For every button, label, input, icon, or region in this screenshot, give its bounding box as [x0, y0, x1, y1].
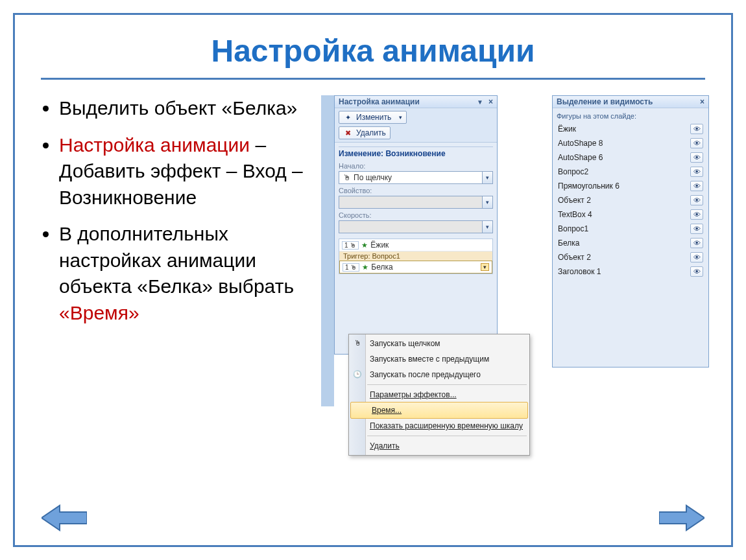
chevron-down-icon: ▾: [482, 221, 492, 233]
visibility-pane-header: Выделение и видимость ×: [553, 96, 708, 108]
close-icon[interactable]: ×: [700, 97, 704, 106]
bullet-1: Выделить объект «Белка»: [59, 95, 325, 122]
visibility-row[interactable]: AutoShape 6👁: [557, 151, 704, 164]
animation-pane-header: Настройка анимации ▼ ×: [335, 96, 497, 108]
eye-toggle-icon[interactable]: 👁: [690, 152, 703, 163]
visibility-row[interactable]: Прямоугольник 6👁: [557, 180, 704, 192]
animation-row-selected[interactable]: 1 🖱 ★ Белка ▾: [339, 261, 492, 274]
speed-label: Скорость:: [339, 211, 493, 219]
eye-toggle-icon[interactable]: 👁: [690, 238, 703, 248]
eye-toggle-icon[interactable]: 👁: [690, 181, 703, 191]
app-blue-strip: [321, 95, 334, 406]
ctx-delete[interactable]: Удалить: [349, 438, 529, 454]
visibility-row-label: AutoShape 8: [558, 139, 603, 148]
visibility-row[interactable]: Вопрос1👁: [557, 222, 704, 235]
bullet-2: Настройка анимации – Добавить эффект – В…: [59, 132, 325, 211]
mouse-icon: 🖱: [343, 173, 351, 182]
start-combo-value: 🖱 По щелчку: [339, 173, 482, 182]
visibility-row[interactable]: Вопрос2👁: [557, 165, 704, 178]
screenshot-area: Настройка анимации ▼ × ✦ Изменить ▾ ✖ Уд…: [342, 95, 705, 458]
visibility-row[interactable]: TextBox 4👁: [557, 208, 704, 221]
eye-toggle-icon[interactable]: 👁: [690, 224, 703, 234]
context-menu: 🖱 Запускать щелчком Запускать вместе с п…: [348, 334, 530, 456]
animation-pane-title: Настройка анимации: [339, 97, 420, 106]
visibility-row[interactable]: AutoShape 8👁: [557, 137, 704, 150]
visibility-row-label: Заголовок 1: [558, 267, 601, 276]
visibility-row[interactable]: Белка👁: [557, 237, 704, 250]
property-label: Свойство:: [339, 187, 493, 194]
entrance-star-icon: ★: [362, 263, 368, 272]
title-divider: [41, 78, 705, 80]
next-slide-button[interactable]: [658, 502, 705, 533]
arrow-right-icon: [659, 503, 704, 533]
ctx-show-advanced-timeline[interactable]: Показать расширенную временную шкалу: [349, 418, 529, 434]
delete-effect-button[interactable]: ✖ Удалить: [339, 126, 391, 139]
separator: [367, 384, 527, 385]
eye-toggle-icon[interactable]: 👁: [690, 167, 703, 177]
visibility-row[interactable]: Ёжик👁: [557, 122, 704, 135]
prev-slide-button[interactable]: [41, 502, 88, 533]
speed-combo: ▾: [339, 220, 493, 233]
change-effect-button[interactable]: ✦ Изменить ▾: [339, 111, 407, 124]
arrow-left-icon: [42, 503, 87, 533]
visibility-pane-body: Фигуры на этом слайде: Ёжик👁AutoShape 8👁…: [553, 108, 708, 282]
change-icon: ✦: [343, 113, 352, 122]
animation-pane-body: Изменение: Возникновение Начало: 🖱 По ще…: [335, 143, 497, 278]
animation-pane: Настройка анимации ▼ × ✦ Изменить ▾ ✖ Уд…: [334, 95, 498, 355]
animation-row-label: Ёжик: [370, 240, 389, 250]
svg-marker-0: [42, 506, 87, 530]
delete-icon: ✖: [343, 128, 352, 137]
visibility-row-label: Ёжик: [558, 124, 576, 134]
visibility-list: Ёжик👁AutoShape 8👁AutoShape 6👁Вопрос2👁Пря…: [557, 122, 704, 278]
ctx-start-on-click[interactable]: 🖱 Запускать щелчком: [349, 336, 529, 351]
visibility-row-label: Прямоугольник 6: [558, 181, 620, 191]
svg-marker-1: [659, 506, 704, 530]
animation-row-label: Белка: [371, 262, 392, 272]
ctx-timing[interactable]: Время...: [350, 402, 528, 419]
chevron-down-icon[interactable]: ▾: [482, 172, 492, 183]
slide-title: Настройка анимации: [15, 33, 731, 69]
slide-frame: Настройка анимации Выделить объект «Белк…: [13, 13, 733, 547]
seq-badge: 1 🖱: [343, 263, 359, 272]
eye-toggle-icon[interactable]: 👁: [690, 195, 703, 205]
change-button-label: Изменить: [356, 113, 391, 122]
seq-badge: 1 🖱: [342, 241, 359, 250]
animation-toolbar: ✦ Изменить ▾ ✖ Удалить: [335, 108, 497, 143]
entrance-star-icon: ★: [361, 241, 368, 250]
visibility-row[interactable]: Заголовок 1👁: [557, 265, 704, 278]
content-row: Выделить объект «Белка» Настройка анимац…: [15, 95, 731, 458]
clock-icon: 🕒: [352, 369, 363, 379]
trigger-bar: Триггер: Вопрос1: [339, 251, 492, 261]
chevron-down-icon: ▾: [399, 114, 402, 121]
effect-section-label: Изменение: Возникновение: [339, 146, 493, 159]
visibility-row[interactable]: Объект 2👁: [557, 251, 704, 264]
ctx-start-after-previous[interactable]: 🕒 Запускать после предыдущего: [349, 367, 529, 382]
bullet-3-red: «Время»: [59, 302, 139, 323]
property-combo: ▾: [339, 196, 493, 209]
animation-row[interactable]: 1 🖱 ★ Ёжик: [339, 239, 492, 251]
close-icon[interactable]: ×: [488, 97, 493, 106]
ctx-effect-options[interactable]: Параметры эффектов...: [349, 387, 529, 402]
start-label: Начало:: [339, 162, 493, 170]
pane-menu-icon[interactable]: ▼: [477, 99, 483, 106]
row-menu-button[interactable]: ▾: [481, 263, 489, 271]
visibility-subtitle: Фигуры на этом слайде:: [557, 111, 704, 122]
chevron-down-icon: ▾: [482, 196, 492, 208]
eye-toggle-icon[interactable]: 👁: [690, 266, 703, 277]
mouse-icon: 🖱: [352, 338, 363, 348]
bullet-2-red: Настройка анимации: [59, 134, 250, 156]
bullet-list: Выделить объект «Белка» Настройка анимац…: [41, 95, 325, 458]
visibility-row[interactable]: Объект 2👁: [557, 194, 704, 207]
separator: [367, 436, 527, 436]
eye-toggle-icon[interactable]: 👁: [690, 252, 703, 262]
start-combo[interactable]: 🖱 По щелчку ▾: [339, 171, 493, 184]
visibility-row-label: Вопрос1: [558, 224, 588, 233]
selection-visibility-pane: Выделение и видимость × Фигуры на этом с…: [552, 95, 709, 368]
visibility-row-label: TextBox 4: [558, 210, 592, 219]
ctx-start-with-previous[interactable]: Запускать вместе с предыдущим: [349, 351, 529, 367]
visibility-row-label: Объект 2: [558, 196, 591, 205]
eye-toggle-icon[interactable]: 👁: [690, 138, 703, 148]
eye-toggle-icon[interactable]: 👁: [690, 209, 703, 220]
eye-toggle-icon[interactable]: 👁: [690, 124, 703, 134]
bullet-3-lead: В дополнительных настройках анимации объ…: [59, 223, 294, 297]
